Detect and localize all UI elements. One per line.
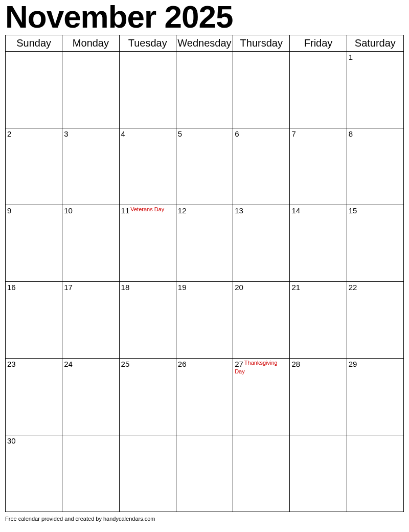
weekday-header: Friday bbox=[290, 35, 347, 52]
day-number: 24 bbox=[64, 360, 73, 368]
day-cell: 21 bbox=[290, 282, 347, 359]
day-number: 13 bbox=[235, 206, 243, 215]
day-cell bbox=[176, 52, 233, 128]
day-cell bbox=[119, 52, 176, 128]
day-cell: 1 bbox=[347, 52, 403, 128]
day-number: 23 bbox=[7, 360, 16, 368]
day-cell: 30 bbox=[6, 435, 62, 512]
day-number: 3 bbox=[64, 129, 68, 138]
day-cell bbox=[176, 435, 233, 512]
day-cell: 7 bbox=[290, 128, 347, 205]
day-cell: 27Thanksgiving Day bbox=[233, 359, 290, 435]
day-number: 20 bbox=[235, 283, 243, 292]
day-cell: 25 bbox=[119, 359, 176, 435]
weekday-header: Wednesday bbox=[176, 35, 233, 52]
day-number: 5 bbox=[178, 129, 182, 138]
day-cell: 12 bbox=[176, 205, 233, 282]
day-cell: 26 bbox=[176, 359, 233, 435]
day-number: 25 bbox=[121, 360, 130, 368]
day-cell: 20 bbox=[233, 282, 290, 359]
calendar-table: Sunday Monday Tuesday Wednesday Thursday… bbox=[5, 35, 404, 512]
day-number: 1 bbox=[349, 53, 353, 61]
weekday-header: Saturday bbox=[347, 35, 403, 52]
day-cell: 16 bbox=[6, 282, 62, 359]
day-cell: 18 bbox=[119, 282, 176, 359]
day-cell bbox=[233, 435, 290, 512]
day-number: 11 bbox=[121, 206, 130, 215]
calendar-title: November 2025 bbox=[5, 0, 404, 33]
day-cell: 15 bbox=[347, 205, 403, 282]
weekday-header: Tuesday bbox=[119, 35, 176, 52]
day-number: 16 bbox=[7, 283, 16, 292]
day-cell: 3 bbox=[62, 128, 119, 205]
day-number: 22 bbox=[349, 283, 357, 292]
day-number: 17 bbox=[64, 283, 73, 292]
weekday-header: Monday bbox=[62, 35, 119, 52]
day-number: 2 bbox=[7, 129, 11, 138]
day-number: 6 bbox=[235, 129, 239, 138]
weekday-header: Sunday bbox=[6, 35, 62, 52]
day-number: 7 bbox=[291, 129, 296, 138]
day-number: 28 bbox=[291, 360, 300, 368]
day-cell: 4 bbox=[119, 128, 176, 205]
holiday-label: Veterans Day bbox=[130, 206, 164, 212]
day-cell: 13 bbox=[233, 205, 290, 282]
day-cell bbox=[290, 52, 347, 128]
day-cell bbox=[6, 52, 62, 128]
day-cell: 2 bbox=[6, 128, 62, 205]
day-cell: 8 bbox=[347, 128, 403, 205]
day-number: 10 bbox=[64, 206, 73, 215]
day-cell: 23 bbox=[6, 359, 62, 435]
footer-credit: Free calendar provided and created by ha… bbox=[5, 516, 155, 522]
day-number: 27 bbox=[235, 360, 243, 368]
day-cell: 10 bbox=[62, 205, 119, 282]
day-cell: 9 bbox=[6, 205, 62, 282]
day-cell: 17 bbox=[62, 282, 119, 359]
day-cell: 6 bbox=[233, 128, 290, 205]
day-number: 21 bbox=[291, 283, 300, 292]
day-cell: 22 bbox=[347, 282, 403, 359]
day-number: 29 bbox=[349, 360, 357, 368]
day-number: 4 bbox=[121, 129, 125, 138]
day-number: 18 bbox=[121, 283, 130, 292]
day-cell: 24 bbox=[62, 359, 119, 435]
day-number: 14 bbox=[291, 206, 300, 215]
day-cell: 19 bbox=[176, 282, 233, 359]
day-number: 8 bbox=[349, 129, 353, 138]
day-number: 26 bbox=[178, 360, 187, 368]
day-number: 15 bbox=[349, 206, 357, 215]
day-number: 12 bbox=[178, 206, 187, 215]
day-number: 30 bbox=[7, 436, 16, 445]
day-cell bbox=[119, 435, 176, 512]
day-number: 9 bbox=[7, 206, 11, 215]
day-cell bbox=[62, 435, 119, 512]
day-cell bbox=[233, 52, 290, 128]
weekday-header: Thursday bbox=[233, 35, 290, 52]
day-cell bbox=[347, 435, 403, 512]
day-cell: 5 bbox=[176, 128, 233, 205]
day-cell: 14 bbox=[290, 205, 347, 282]
day-cell: 29 bbox=[347, 359, 403, 435]
day-cell: 28 bbox=[290, 359, 347, 435]
day-number: 19 bbox=[178, 283, 187, 292]
day-cell bbox=[290, 435, 347, 512]
day-cell: 11Veterans Day bbox=[119, 205, 176, 282]
day-cell bbox=[62, 52, 119, 128]
